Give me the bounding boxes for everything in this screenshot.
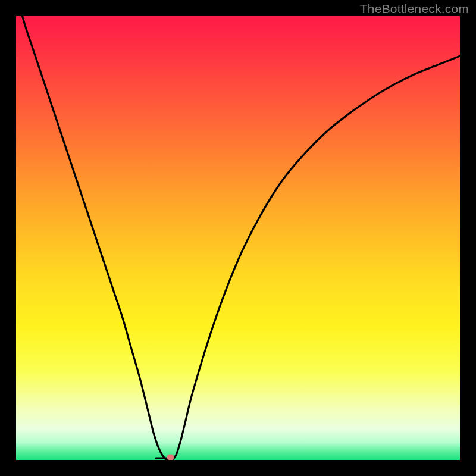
chart-frame: TheBottleneck.com bbox=[0, 0, 476, 476]
plot-area bbox=[16, 16, 460, 460]
marker-dot bbox=[167, 455, 174, 460]
watermark-text: TheBottleneck.com bbox=[360, 2, 469, 16]
bottleneck-curve bbox=[16, 16, 460, 460]
chart-svg bbox=[16, 16, 460, 460]
